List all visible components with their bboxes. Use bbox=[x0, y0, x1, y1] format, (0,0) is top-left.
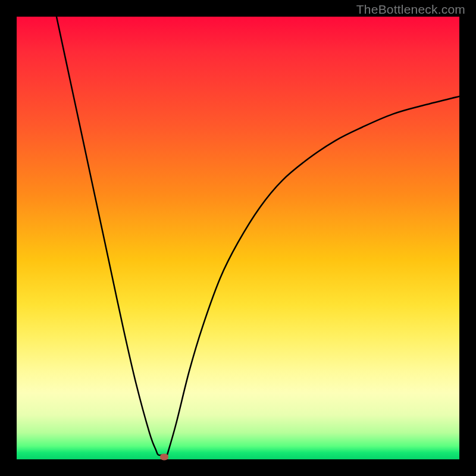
chart-frame: TheBottleneck.com bbox=[0, 0, 476, 476]
watermark-text: TheBottleneck.com bbox=[356, 2, 465, 17]
optimum-marker bbox=[160, 454, 168, 461]
plot-area bbox=[17, 17, 459, 459]
curve-left bbox=[57, 17, 163, 455]
curve-right bbox=[167, 96, 459, 455]
curve-svg bbox=[17, 17, 459, 459]
